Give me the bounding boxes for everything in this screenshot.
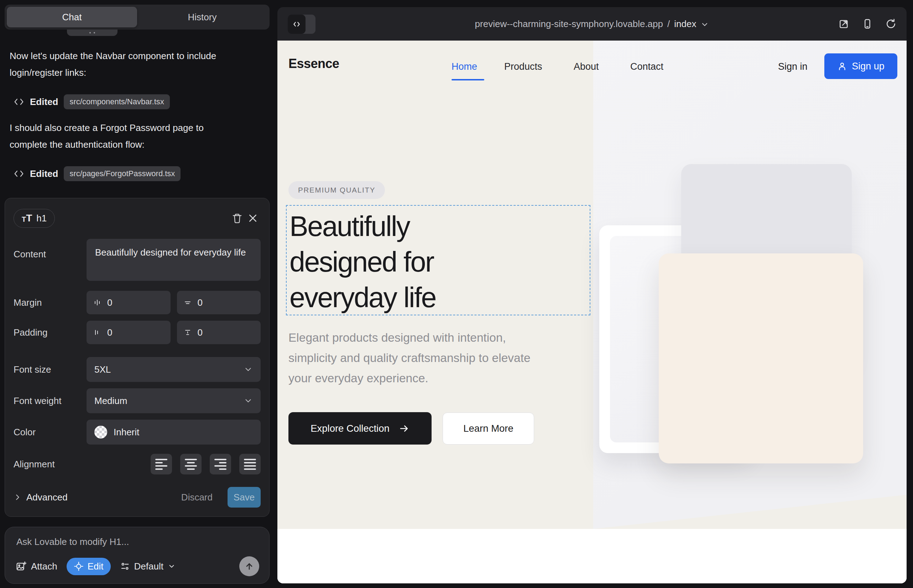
site-navbar: Essence Home Products About Contact Sign… [277, 40, 907, 90]
margin-x-input[interactable]: 0 [87, 291, 170, 314]
color-select[interactable]: Inherit [87, 420, 261, 444]
clipped-file-chip [67, 29, 118, 36]
active-nav-underline [452, 79, 484, 81]
chevron-down-icon [244, 365, 253, 374]
lovable-workspace: Chat History Now let's update the Navbar… [0, 0, 913, 588]
chevron-right-icon [13, 493, 21, 501]
tab-chat[interactable]: Chat [7, 7, 137, 27]
next-section-background [277, 529, 907, 583]
attach-image-icon [16, 561, 26, 572]
padding-y-input[interactable]: 0 [177, 321, 261, 344]
align-left-button[interactable] [151, 454, 172, 475]
beige-diagonal-shape [593, 495, 907, 529]
h1-selection-outline[interactable]: Beautifully designed for everyday life [286, 205, 590, 315]
content-input[interactable]: Beautifully designed for everyday life [87, 239, 261, 281]
color-swatch [94, 426, 107, 438]
nav-link-contact[interactable]: Contact [630, 61, 664, 72]
margin-label: Margin [13, 297, 87, 308]
model-default-selector[interactable]: Default [120, 561, 176, 572]
align-right-button[interactable] [210, 454, 231, 475]
composer-placeholder: Ask Lovable to modify H1... [16, 536, 258, 548]
align-justify-button[interactable] [239, 454, 261, 475]
font-size-label: Font size [13, 364, 87, 375]
save-button[interactable]: Save [228, 487, 261, 507]
chat-composer[interactable]: Ask Lovable to modify H1... Attach Edit … [5, 527, 270, 584]
file-chip[interactable]: src/components/Navbar.tsx [64, 94, 170, 109]
chat-history-tabbar: Chat History [5, 5, 270, 29]
close-editor-button[interactable] [245, 210, 261, 226]
content-label: Content [13, 249, 87, 260]
chevron-down-icon [244, 396, 253, 405]
user-icon [837, 61, 847, 71]
edited-file-row: Edited src/pages/ForgotPassword.tsx [13, 165, 181, 182]
advanced-toggle[interactable]: Advanced [13, 492, 68, 503]
file-chip[interactable]: src/pages/ForgotPassword.tsx [64, 166, 181, 181]
sign-in-link[interactable]: Sign in [778, 61, 808, 72]
mobile-view-button[interactable] [862, 18, 873, 29]
text-type-icon: TT [22, 213, 32, 223]
url-page: index [674, 18, 696, 29]
url-separator: / [667, 18, 670, 29]
element-tag-label: h1 [36, 213, 47, 224]
nav-link-about[interactable]: About [574, 61, 599, 72]
edited-label: Edited [30, 97, 58, 108]
margin-vertical-icon [183, 298, 192, 307]
alignment-label: Alignment [13, 459, 87, 470]
nav-link-products[interactable]: Products [504, 61, 542, 72]
assistant-message: Now let's update the Navbar component to… [10, 48, 223, 81]
selected-element-chip[interactable]: TT h1 [13, 209, 55, 228]
margin-horizontal-icon [93, 298, 102, 307]
hero-description: Elegant products designed with intention… [288, 328, 554, 388]
edit-mode-button[interactable]: Edit [66, 558, 111, 575]
padding-label: Padding [13, 327, 87, 338]
refresh-icon [885, 18, 897, 29]
url-bar[interactable]: preview--charming-site-symphony.lovable.… [277, 7, 907, 40]
assistant-message: I should also create a Forgot Password p… [10, 120, 223, 153]
tab-history[interactable]: History [137, 7, 267, 27]
decorative-peach-card [659, 254, 863, 464]
padding-vertical-icon [183, 328, 192, 337]
site-viewport: Essence Home Products About Contact Sign… [277, 40, 907, 583]
sliders-icon [120, 561, 130, 571]
font-weight-select[interactable]: Medium [87, 388, 261, 413]
premium-quality-badge: PREMIUM QUALITY [288, 181, 385, 199]
font-weight-label: Font weight [13, 396, 87, 407]
code-icon [13, 168, 24, 179]
learn-more-button[interactable]: Learn More [443, 412, 534, 444]
chevron-down-icon [701, 19, 709, 29]
edited-label: Edited [30, 168, 58, 179]
trash-icon [232, 213, 243, 223]
delete-element-button[interactable] [229, 210, 245, 226]
element-editor-panel: TT h1 Content Beautifully designed for e… [5, 198, 270, 517]
attach-button[interactable]: Attach [16, 561, 57, 572]
browser-toolbar: preview--charming-site-symphony.lovable.… [277, 7, 907, 40]
align-center-button[interactable] [180, 454, 202, 475]
site-logo[interactable]: Essence [288, 56, 339, 71]
explore-collection-button[interactable]: Explore Collection [288, 412, 432, 444]
font-size-select[interactable]: 5XL [87, 357, 261, 382]
external-link-icon [838, 18, 850, 29]
arrow-right-icon [399, 423, 410, 434]
url-domain: preview--charming-site-symphony.lovable.… [475, 18, 663, 29]
sign-up-button[interactable]: Sign up [824, 53, 897, 79]
preview-browser-frame: preview--charming-site-symphony.lovable.… [277, 7, 907, 583]
code-icon [13, 97, 24, 107]
edited-file-row: Edited src/components/Navbar.tsx [13, 93, 170, 110]
close-icon [248, 213, 258, 223]
send-button[interactable] [239, 556, 259, 576]
nav-link-home[interactable]: Home [452, 61, 477, 72]
color-label: Color [13, 427, 87, 438]
target-icon [74, 561, 84, 571]
refresh-button[interactable] [885, 18, 897, 29]
padding-x-input[interactable]: 0 [87, 321, 170, 344]
margin-y-input[interactable]: 0 [177, 291, 261, 314]
arrow-up-icon [244, 561, 254, 571]
chevron-down-icon [168, 562, 176, 570]
padding-horizontal-icon [93, 328, 102, 337]
mobile-device-icon [862, 18, 873, 29]
open-external-button[interactable] [838, 18, 850, 29]
hero-heading: Beautifully designed for everyday life [290, 208, 510, 315]
discard-button[interactable]: Discard [181, 492, 212, 503]
